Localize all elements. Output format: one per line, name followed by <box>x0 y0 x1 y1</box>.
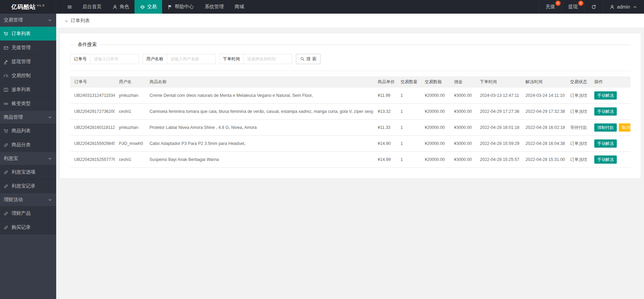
sidebar-section-lixibao: 利息宝利息宝选项利息宝记录 <box>0 152 56 193</box>
manual-unfreeze-button[interactable]: 手动解冻 <box>594 139 617 148</box>
sidebar-item-goods-category[interactable]: 商品分类 <box>0 138 56 152</box>
sidebar-item-dispatch-list[interactable]: 派单列表 <box>0 83 56 96</box>
sidebar-item-licai-products[interactable]: 理财产品 <box>0 206 56 220</box>
sidebar-group-goods-mgmt[interactable]: 商品管理 <box>0 111 56 124</box>
search-icon <box>300 57 305 61</box>
table-row: UB2204281525577768ceshi1Suspensi Bayi An… <box>70 152 630 168</box>
sidebar-item-purchase-records[interactable]: 购买记录 <box>0 220 56 234</box>
column-header: 交易状态 <box>566 76 590 88</box>
sidebar-toggle-button[interactable] <box>62 0 77 14</box>
nav-item-label: 充值 <box>546 4 555 10</box>
search-group-order-no: 订单号 <box>70 54 139 64</box>
breadcrumb-current: 订单列表 <box>71 18 90 24</box>
search-button[interactable]: 搜 索 <box>296 54 321 64</box>
order-time-input[interactable] <box>244 54 292 64</box>
nav-item-label: 角色 <box>120 4 129 10</box>
sidebar-item-lixibao-records[interactable]: 利息宝记录 <box>0 179 56 193</box>
sidebar-item-withdraw-mgmt[interactable]: 提现管理 <box>0 55 56 69</box>
cell-trade-status: 订单冻结 <box>566 88 590 104</box>
cell-actions: 强制付款取消订单 <box>590 120 630 136</box>
caret-down-icon <box>48 198 52 202</box>
manual-unfreeze-button[interactable]: 手动解冻 <box>594 155 617 164</box>
withdraw-badge: 0 <box>578 1 583 6</box>
nav-menu: 后台首页角色交易帮助中心系统管理商城 <box>77 0 250 14</box>
cell-order-no: UB2204281559298450 <box>70 136 115 152</box>
sidebar-group-label: 交易管理 <box>4 17 48 23</box>
cell-unfreeze-time: 2022-04-29 17:32:38 <box>521 104 566 120</box>
refresh-button[interactable] <box>584 0 603 14</box>
nav-right: 充值0提现0admin <box>539 0 644 14</box>
nav-item-home[interactable]: 后台首页 <box>77 0 107 14</box>
link-icon <box>3 211 9 216</box>
sidebar-group-trade-mgmt[interactable]: 交易管理 <box>0 14 56 27</box>
cell-quantity: 1 <box>396 88 421 104</box>
nav-item-label: 帮助中心 <box>175 4 194 10</box>
cell-amount: ¥20000.00 <box>421 120 450 136</box>
sidebar: 交易管理订单列表充值管理提现管理交易控制派单列表账变类型商品管理商品列表商品分类… <box>0 14 56 299</box>
nav-item-recharge[interactable]: 充值0 <box>539 0 562 14</box>
nav-item-withdraw[interactable]: 提现0 <box>562 0 584 14</box>
nav-item-roles[interactable]: 角色 <box>107 0 135 14</box>
cell-unfreeze-time: 2022-04-28 16:04:38 <box>521 136 566 152</box>
cell-trade-status: 等待付款 <box>566 120 590 136</box>
search-button-label: 搜 索 <box>307 56 317 62</box>
search-label-order-no: 订单号 <box>70 54 91 64</box>
sidebar-item-trade-control[interactable]: 交易控制 <box>0 69 56 83</box>
sidebar-item-recharge-mgmt[interactable]: 充值管理 <box>0 41 56 55</box>
sidebar-item-label: 充值管理 <box>12 45 31 51</box>
order-no-input[interactable] <box>91 54 139 64</box>
manual-unfreeze-button[interactable]: 手动解冻 <box>594 91 617 100</box>
app-title: 亿码酷站 <box>11 3 36 11</box>
app-logo: 亿码酷站V1.0 <box>0 0 56 14</box>
manual-unfreeze-button[interactable]: 手动解冻 <box>594 107 617 116</box>
sidebar-item-label: 理财产品 <box>12 210 31 216</box>
hamburger-icon <box>67 4 72 10</box>
sidebar-item-goods-list[interactable]: 商品列表 <box>0 124 56 138</box>
cell-amount: ¥20000.00 <box>421 88 450 104</box>
nav-item-system[interactable]: 系统管理 <box>199 0 229 14</box>
book-icon <box>3 87 9 92</box>
recharge-badge: 0 <box>555 1 561 6</box>
column-header: 交易数量 <box>396 76 421 88</box>
cell-order-no: UB2403131247115340 <box>70 88 115 104</box>
cell-unfreeze-time: 2022-04-28 16:02:18 <box>521 120 566 136</box>
nav-item-mall[interactable]: 商城 <box>229 0 250 14</box>
sidebar-group-lixibao[interactable]: 利息宝 <box>0 152 56 165</box>
column-header: 操作 <box>590 76 630 88</box>
force-pay-button[interactable]: 强制付款 <box>594 123 617 132</box>
sidebar-item-lixibao-options[interactable]: 利息宝选项 <box>0 165 56 179</box>
sidebar-item-label: 商品分类 <box>12 142 31 148</box>
gauge-icon <box>3 73 9 78</box>
sidebar-item-label: 利息宝选项 <box>12 169 35 175</box>
cell-unfreeze-time: 2022-04-28 15:31:00 <box>521 152 566 168</box>
cart-icon <box>3 129 9 134</box>
sidebar-item-label: 提现管理 <box>12 59 31 65</box>
sidebar-group-label: 商品管理 <box>4 114 48 120</box>
cell-actions: 手动解冻 <box>590 136 630 152</box>
breadcrumb: » 订单列表 <box>56 14 644 28</box>
cell-order-no: UB2204281601181124 <box>70 120 115 136</box>
cell-username: ymkuzhan <box>115 88 145 104</box>
table-row: UB2204281601181124ymkuzhanProtetor Labia… <box>70 120 630 136</box>
flag-icon <box>168 4 173 10</box>
cell-trade-status: 订单冻结 <box>566 104 590 120</box>
username-input[interactable] <box>167 54 216 64</box>
cell-unit-price: ¥11.33 <box>374 120 396 136</box>
sidebar-group-licai-activity[interactable]: 理财活动 <box>0 193 56 206</box>
nav-item-label: 提现 <box>568 4 578 10</box>
cell-order-time: 2022-04-28 15:59:29 <box>476 136 521 152</box>
sidebar-item-order-list[interactable]: 订单列表 <box>0 27 56 41</box>
sidebar-item-account-change-type[interactable]: 账变类型 <box>0 96 56 110</box>
sidebar-item-label: 利息宝记录 <box>12 183 35 189</box>
cell-actions: 手动解冻 <box>590 152 630 168</box>
cell-commission: ¥3000.00 <box>450 120 476 136</box>
sidebar-group-label: 理财活动 <box>4 197 48 203</box>
nav-item-help-center[interactable]: 帮助中心 <box>162 0 199 14</box>
sidebar-group-label: 利息宝 <box>4 155 48 162</box>
sidebar-section-goods-mgmt: 商品管理商品列表商品分类 <box>0 111 56 152</box>
cancel-order-button[interactable]: 取消订单 <box>619 123 630 132</box>
user-menu[interactable]: admin <box>603 0 644 14</box>
cell-unit-price: ¥13.32 <box>374 104 396 120</box>
table-header-row: 订单号用户名商品名称商品单价交易数量交易数额佣金下单时间解冻时间交易状态操作 <box>70 76 630 88</box>
nav-item-trade[interactable]: 交易 <box>135 0 162 14</box>
